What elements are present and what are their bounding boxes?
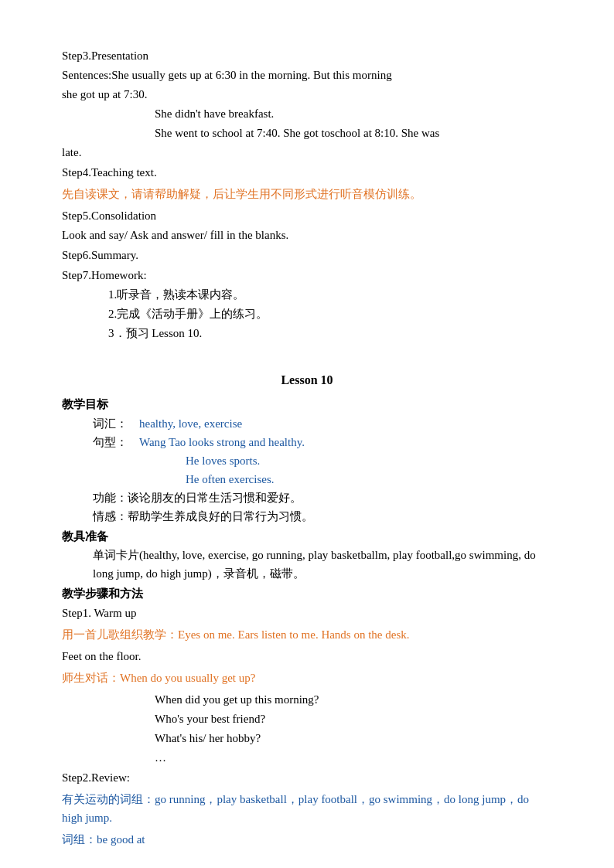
vocab2-content: be good at	[97, 833, 145, 846]
review-row: 有关运动的词组：go running，play basketball，play …	[62, 790, 552, 827]
sentence3: He often exercises.	[186, 470, 305, 488]
step3-sentences: Sentences:She usually gets up at 6:30 in…	[62, 66, 552, 84]
sentence2: He loves sports.	[186, 451, 305, 470]
dialog-q1: When do you usually get up?	[120, 672, 255, 684]
teaching-steps-label: 教学步骤和方法	[62, 584, 552, 603]
sentence-row: 句型： Wang Tao looks strong and healthy. H…	[93, 433, 552, 488]
step3-section: Step3.Presentation Sentences:She usually…	[62, 46, 552, 162]
dialog-q4: What's his/ her hobby?	[155, 729, 552, 747]
song-line2: Feet on the floor.	[62, 647, 552, 665]
step5-title: Step5.Consolidation	[62, 206, 552, 225]
dialog-q3: Who's your best friend?	[155, 710, 552, 728]
dialog-etc: …	[155, 748, 552, 767]
teaching-tools-section: 教具准备 单词卡片(healthy, love, exercise, go ru…	[62, 527, 552, 583]
emotion-label: 情感：	[93, 510, 128, 523]
step5-activity: Look and say/ Ask and answer/ fill in th…	[62, 226, 552, 244]
step7-section: Step7.Homework: 1.听录音，熟读本课内容。 2.完成《活动手册》…	[62, 266, 552, 342]
step4-instruction: 先自读课文，请请帮助解疑，后让学生用不同形式进行听音模仿训练。	[62, 185, 552, 203]
vocab-label: 词汇：	[93, 414, 139, 433]
step3-line4: She went to school at 7:40. She got tosc…	[155, 124, 552, 142]
sentence1: Wang Tao looks strong and healthy.	[139, 433, 305, 451]
step7-title: Step7.Homework:	[62, 266, 552, 284]
step2-section: Step2.Review: 有关运动的词组：go running，play ba…	[62, 768, 552, 849]
step3-line5: late.	[62, 143, 552, 162]
func-content: 谈论朋友的日常生活习惯和爱好。	[128, 492, 302, 504]
song-instruction: 用一首儿歌组织教学：Eyes on me. Ears listen to me.…	[62, 625, 552, 644]
sentence-block: Wang Tao looks strong and healthy. He lo…	[139, 433, 305, 488]
sentence-label: 句型：	[93, 433, 139, 488]
emotion-content: 帮助学生养成良好的日常行为习惯。	[128, 510, 313, 523]
step5-section: Step5.Consolidation Look and say/ Ask an…	[62, 206, 552, 244]
step6-section: Step6.Summary.	[62, 246, 552, 264]
song-instruction-text: 用一首儿歌组织教学：Eyes on me. Ears listen to me.…	[62, 628, 410, 641]
teaching-steps-section: 教学步骤和方法 Step1. Warm up	[62, 584, 552, 622]
step3-line1: She usually gets up at 6:30 in the morni…	[111, 69, 391, 81]
teaching-goals-section: 教学目标 词汇： healthy, love, exercise 句型： Wan…	[62, 395, 552, 526]
dialog-label: 师生对话：	[62, 672, 120, 684]
dialog-header: 师生对话：When do you usually get up?	[62, 669, 552, 687]
step2-title: Step2.Review:	[62, 768, 552, 787]
vocab-row: 词汇： healthy, love, exercise	[93, 414, 552, 433]
song-section: 用一首儿歌组织教学：Eyes on me. Ears listen to me.…	[62, 625, 552, 665]
emotion-row: 情感：帮助学生养成良好的日常行为习惯。	[93, 507, 552, 526]
step3-line2: she got up at 7:30.	[62, 85, 552, 104]
teaching-tools-label: 教具准备	[62, 530, 108, 543]
sentences-label: Sentences:	[62, 69, 111, 81]
step3-line3: She didn't have breakfast.	[155, 104, 552, 123]
step7-hw1: 1.听录音，熟读本课内容。	[108, 285, 552, 304]
step6-title: Step6.Summary.	[62, 246, 552, 264]
step1-title: Step1. Warm up	[62, 604, 552, 622]
lesson-title: Lesson 10	[62, 370, 552, 390]
func-row: 功能：谈论朋友的日常生活习惯和爱好。	[93, 488, 552, 507]
func-label: 功能：	[93, 492, 128, 504]
dialog-q2: When did you get up this morning?	[155, 690, 552, 709]
step7-hw2: 2.完成《活动手册》上的练习。	[108, 305, 552, 323]
review-label: 有关运动的词组：	[62, 793, 155, 805]
teaching-goals-label: 教学目标	[62, 395, 552, 414]
vocab2-label: 词组：	[62, 833, 97, 846]
vocab2-row: 词组：be good at	[62, 830, 552, 849]
vocab-content: healthy, love, exercise	[139, 414, 242, 433]
dialog-section: 师生对话：When do you usually get up? When di…	[62, 669, 552, 767]
step4-section: Step4.Teaching text. 先自读课文，请请帮助解疑，后让学生用不…	[62, 163, 552, 203]
step3-title: Step3.Presentation	[62, 46, 552, 65]
step4-title: Step4.Teaching text.	[62, 163, 552, 182]
step7-hw3: 3．预习 Lesson 10.	[108, 324, 552, 342]
teaching-tools-content: 单词卡片(healthy, love, exercise, go running…	[93, 546, 552, 583]
